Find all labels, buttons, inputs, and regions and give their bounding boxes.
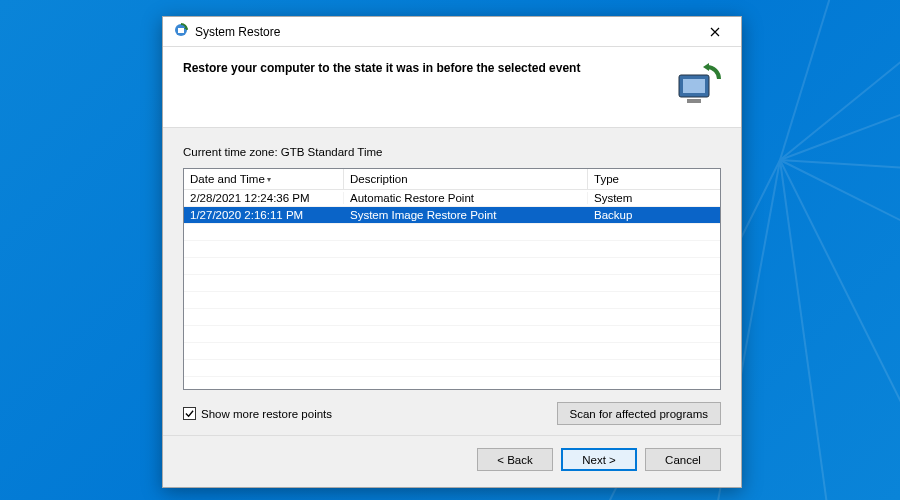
table-row-empty [184, 309, 720, 326]
table-row-empty [184, 241, 720, 258]
table-body: 2/28/2021 12:24:36 PMAutomatic Restore P… [184, 190, 720, 389]
column-header-description[interactable]: Description [344, 169, 588, 189]
titlebar: System Restore [163, 17, 741, 47]
timezone-label: Current time zone: GTB Standard Time [183, 146, 721, 158]
checkmark-icon [185, 409, 194, 418]
cell-type: System [588, 192, 720, 204]
show-more-label: Show more restore points [201, 408, 332, 420]
column-header-date-label: Date and Time [190, 173, 265, 185]
column-header-desc-label: Description [350, 173, 408, 185]
table-row-empty [184, 224, 720, 241]
cancel-button[interactable]: Cancel [645, 448, 721, 471]
cell-date: 2/28/2021 12:24:36 PM [184, 192, 344, 204]
cell-type: Backup [588, 209, 720, 221]
sort-desc-icon: ▾ [267, 175, 271, 184]
table-row-empty [184, 258, 720, 275]
close-button[interactable] [699, 21, 731, 43]
svg-rect-1 [178, 28, 184, 33]
checkbox-box [183, 407, 196, 420]
back-button[interactable]: < Back [477, 448, 553, 471]
restore-points-table: Date and Time ▾ Description Type 2/28/20… [183, 168, 721, 390]
header: Restore your computer to the state it wa… [163, 47, 741, 127]
show-more-checkbox[interactable]: Show more restore points [183, 407, 332, 420]
svg-rect-3 [683, 79, 705, 93]
cell-date: 1/27/2020 2:16:11 PM [184, 209, 344, 221]
table-row-empty [184, 360, 720, 377]
system-restore-hero-icon [673, 61, 721, 109]
cell-description: Automatic Restore Point [344, 192, 588, 204]
close-icon [710, 27, 720, 37]
table-row[interactable]: 1/27/2020 2:16:11 PMSystem Image Restore… [184, 207, 720, 224]
next-button[interactable]: Next > [561, 448, 637, 471]
system-restore-dialog: System Restore Restore your computer to … [162, 16, 742, 488]
table-row[interactable]: 2/28/2021 12:24:36 PMAutomatic Restore P… [184, 190, 720, 207]
cell-description: System Image Restore Point [344, 209, 588, 221]
table-row-empty [184, 292, 720, 309]
scan-affected-programs-button[interactable]: Scan for affected programs [557, 402, 722, 425]
dialog-footer: < Back Next > Cancel [163, 435, 741, 487]
column-header-type[interactable]: Type [588, 169, 720, 189]
table-row-empty [184, 343, 720, 360]
dialog-body: Current time zone: GTB Standard Time Dat… [163, 127, 741, 435]
column-header-type-label: Type [594, 173, 619, 185]
svg-rect-4 [687, 99, 701, 103]
table-row-empty [184, 326, 720, 343]
table-header: Date and Time ▾ Description Type [184, 169, 720, 190]
header-headline: Restore your computer to the state it wa… [183, 61, 665, 75]
table-row-empty [184, 275, 720, 292]
column-header-date[interactable]: Date and Time ▾ [184, 169, 344, 189]
system-restore-icon [173, 22, 189, 41]
window-title: System Restore [195, 25, 699, 39]
below-table-row: Show more restore points Scan for affect… [183, 402, 721, 425]
